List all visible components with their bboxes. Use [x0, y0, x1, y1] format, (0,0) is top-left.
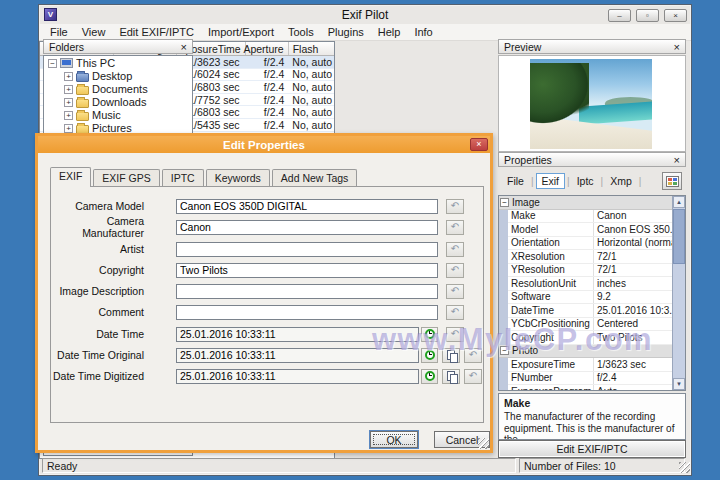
camera-model-label: Camera Model — [46, 200, 144, 212]
camera-manufacturer-field[interactable] — [176, 220, 438, 235]
scrollbar-thumb[interactable] — [673, 209, 685, 264]
window-resize-grip[interactable] — [679, 462, 690, 473]
scroll-up-icon[interactable]: ▲ — [673, 196, 685, 208]
undo-button[interactable]: ↶ — [464, 369, 482, 384]
undo-icon: ↶ — [469, 349, 477, 360]
property-row[interactable]: FNumber f/2.4 — [508, 372, 672, 386]
tree-item-music[interactable]: + Music — [44, 108, 192, 121]
image-description-field[interactable] — [176, 284, 438, 299]
expand-icon[interactable]: + — [64, 72, 73, 81]
menu-edit-exif-iptc[interactable]: Edit EXIF/IPTC — [112, 25, 201, 39]
property-row[interactable]: ResolutionUnit inches — [508, 277, 672, 291]
tab-exif[interactable]: Exif — [536, 173, 566, 189]
undo-button[interactable]: ↶ — [446, 220, 464, 235]
undo-button[interactable]: ↶ — [464, 348, 482, 363]
undo-button[interactable]: ↶ — [446, 242, 464, 257]
undo-icon: ↶ — [451, 200, 459, 211]
copy-icon — [447, 350, 456, 361]
artist-field[interactable] — [176, 242, 438, 257]
status-file-count: Number of Files: 10 — [519, 458, 685, 473]
property-row[interactable]: ExposureProgram Auto — [508, 385, 672, 391]
computer-icon — [60, 58, 73, 68]
undo-button[interactable]: ↶ — [446, 327, 464, 342]
property-row[interactable]: Model Canon EOS 350... — [508, 223, 672, 237]
comment-field[interactable] — [176, 305, 438, 320]
date-time-original-field[interactable] — [176, 348, 419, 363]
property-row[interactable]: YCbCrPositioning Centered — [508, 318, 672, 332]
tree-item-downloads[interactable]: + Downloads — [44, 95, 192, 108]
property-row[interactable]: XResolution 72/1 — [508, 250, 672, 264]
clock-button[interactable] — [421, 348, 438, 363]
preview-body — [498, 55, 686, 152]
tree-item-documents[interactable]: + Documents — [44, 82, 192, 95]
minimize-button[interactable]: – — [608, 9, 631, 22]
menu-tools[interactable]: Tools — [281, 25, 321, 39]
tree-item-desktop[interactable]: + Desktop — [44, 69, 192, 82]
menu-view[interactable]: View — [75, 25, 113, 39]
collapse-icon[interactable]: − — [500, 346, 509, 355]
undo-button[interactable]: ↶ — [446, 284, 464, 299]
tab-xmp[interactable]: Xmp — [605, 174, 637, 188]
property-row[interactable]: ExposureTime 1/3623 sec — [508, 358, 672, 372]
menu-plugins[interactable]: Plugins — [321, 25, 371, 39]
copy-button[interactable] — [442, 369, 460, 384]
preview-close-icon[interactable]: × — [674, 42, 680, 52]
properties-options-button[interactable] — [662, 172, 682, 190]
undo-button[interactable]: ↶ — [446, 305, 464, 320]
tab-iptc[interactable]: IPTC — [162, 169, 204, 186]
dialog-resize-grip[interactable] — [478, 438, 489, 449]
tab-add-new-tags[interactable]: Add New Tags — [272, 169, 358, 186]
property-grid-icon — [666, 176, 679, 187]
title-bar[interactable]: V Exif Pilot – ▫ × — [39, 5, 691, 24]
tab-iptc[interactable]: Iptc — [572, 174, 599, 188]
expand-icon[interactable]: + — [64, 85, 73, 94]
menu-file[interactable]: File — [43, 25, 75, 39]
collapse-icon[interactable]: − — [48, 59, 57, 68]
tab-exif[interactable]: EXIF — [50, 167, 91, 187]
clock-icon — [425, 371, 435, 381]
undo-button[interactable]: ↶ — [446, 199, 464, 214]
menu-info[interactable]: Info — [407, 25, 439, 39]
property-row[interactable]: Software 9.2 — [508, 291, 672, 305]
dialog-close-button[interactable]: × — [470, 138, 488, 151]
date-time-field[interactable] — [176, 327, 419, 342]
properties-close-icon[interactable]: × — [674, 155, 680, 165]
date-time-digitized-field[interactable] — [176, 369, 419, 384]
maximize-button[interactable]: ▫ — [636, 9, 659, 22]
property-row[interactable]: Orientation Horizontal (normal) — [508, 237, 672, 251]
collapse-icon[interactable]: − — [500, 198, 509, 207]
undo-button[interactable]: ↶ — [446, 263, 464, 278]
property-row[interactable]: Make Canon — [508, 210, 672, 224]
expand-icon[interactable]: + — [64, 98, 73, 107]
menu-import-export[interactable]: Import/Export — [201, 25, 281, 39]
scroll-down-icon[interactable]: ▼ — [673, 378, 685, 390]
properties-scrollbar[interactable]: ▲ ▼ — [672, 196, 685, 390]
column-header-aperture[interactable]: Aperture — [246, 42, 289, 55]
expand-icon[interactable]: + — [64, 124, 73, 133]
menu-help[interactable]: Help — [371, 25, 408, 39]
camera-manufacturer-label: Camera Manufacturer — [46, 215, 144, 239]
copy-button[interactable] — [442, 348, 460, 363]
tab-file[interactable]: File — [502, 174, 529, 188]
property-row[interactable]: DateTime 25.01.2016 10:3... — [508, 304, 672, 318]
undo-icon: ↶ — [451, 243, 459, 254]
close-button[interactable]: × — [664, 9, 687, 22]
property-row[interactable]: YResolution 72/1 — [508, 264, 672, 278]
undo-icon: ↶ — [451, 264, 459, 275]
clock-button[interactable] — [421, 369, 438, 384]
camera-model-field[interactable] — [176, 199, 438, 214]
tab-keywords[interactable]: Keywords — [206, 169, 270, 186]
copyright-field[interactable] — [176, 263, 438, 278]
property-group-row[interactable]: − Image — [499, 196, 672, 210]
dialog-title-bar[interactable]: Edit Properties × — [38, 136, 490, 153]
folders-close-icon[interactable]: × — [181, 42, 187, 52]
property-row[interactable]: Copyright Two Pilots — [508, 331, 672, 345]
folders-panel-title: Folders — [49, 41, 84, 53]
tab-exif-gps[interactable]: EXIF GPS — [93, 169, 159, 186]
ok-button[interactable]: OK — [370, 431, 418, 448]
tree-item-this-pc[interactable]: − This PC — [44, 56, 192, 69]
property-group-row[interactable]: − Photo — [499, 345, 672, 359]
column-header-flash[interactable]: Flash — [289, 42, 334, 55]
expand-icon[interactable]: + — [64, 111, 73, 120]
clock-button[interactable] — [421, 327, 438, 342]
